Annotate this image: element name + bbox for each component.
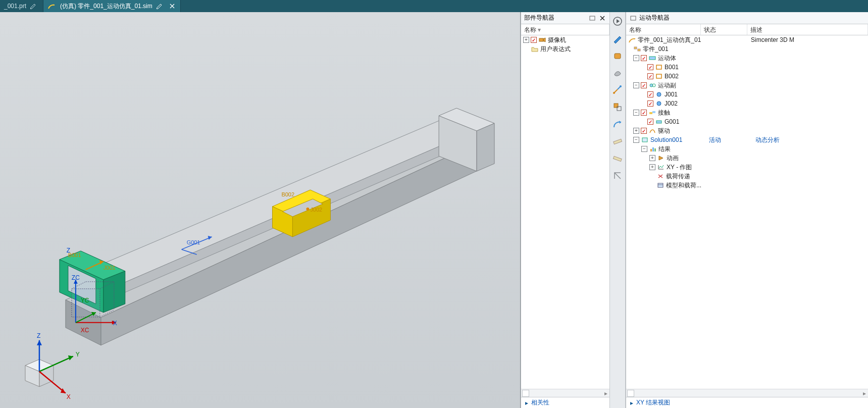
svg-rect-59	[634, 47, 637, 49]
node-status: 活动	[709, 136, 755, 144]
expand-toggle[interactable]: +	[649, 155, 655, 161]
right-dock: 部件导航器 名称 ▾ + ✓ 摄像机	[521, 12, 868, 408]
contact-group-icon	[648, 109, 656, 116]
tree-node-solution[interactable]: − Solution001 活动 动态分析	[626, 135, 868, 144]
side-tool-strip	[609, 12, 626, 408]
section-xy-result-view[interactable]: ▸ XY 结果视图	[626, 397, 868, 408]
tree-node-results[interactable]: − 结果	[626, 144, 868, 154]
svg-rect-60	[638, 49, 640, 51]
svg-point-66	[657, 92, 661, 96]
checkbox[interactable]: ✓	[531, 37, 537, 43]
svg-rect-69	[652, 111, 655, 113]
node-label: 接触	[658, 109, 670, 117]
node-label: 用户表达式	[540, 45, 571, 54]
hscroll-stub[interactable]: ▸	[521, 389, 609, 397]
checkbox[interactable]: ✓	[647, 91, 653, 97]
checkbox[interactable]: ✓	[647, 100, 653, 107]
tree-node-j002[interactable]: ✓ J002	[626, 99, 868, 108]
checkbox[interactable]: ✓	[641, 55, 647, 61]
driver-group-icon	[648, 127, 656, 134]
column-name[interactable]: 名称 ▾	[521, 24, 609, 35]
checkbox[interactable]: ✓	[641, 82, 647, 88]
probe-icon[interactable]	[611, 32, 624, 44]
node-label: B001	[665, 64, 679, 71]
expand-toggle[interactable]: −	[633, 110, 639, 116]
column-name[interactable]: 名称	[626, 24, 701, 35]
node-label: B002	[665, 73, 679, 80]
document-tab-strip: _001.prt (仿真) 零件_001_运动仿真_01.sim	[0, 0, 868, 12]
panel-close-button[interactable]	[598, 15, 606, 22]
tree-node-joints[interactable]: − ✓ 运动副	[626, 81, 868, 90]
expand-toggle[interactable]: +	[523, 37, 529, 43]
caliper-icon[interactable]	[611, 170, 624, 182]
tree-node-b002[interactable]: ✓ B002	[626, 72, 868, 81]
checkbox[interactable]: ✓	[641, 128, 647, 134]
tab-label: (仿真) 零件_001_运动仿真_01.sim	[60, 2, 152, 11]
expand-toggle[interactable]: −	[633, 55, 639, 61]
expand-toggle[interactable]: +	[633, 128, 639, 134]
checkbox[interactable]: ✓	[641, 110, 647, 116]
tree-node-model-loads[interactable]: 模型和载荷...	[626, 181, 868, 190]
axis-yc-label: YC	[81, 297, 89, 304]
tree-node-sim-root[interactable]: 零件_001_运动仿真_01 Simcenter 3D M	[626, 35, 868, 44]
node-label: 模型和载荷...	[666, 181, 701, 190]
tree-node-cameras[interactable]: + ✓ 摄像机	[521, 35, 609, 44]
hscroll-stub[interactable]: ▸	[626, 389, 868, 397]
model-load-icon	[656, 182, 665, 189]
graphics-viewport[interactable]: B001 J001 B002 J002	[0, 12, 521, 408]
node-label: 运动副	[658, 81, 676, 90]
body-icon[interactable]	[611, 49, 624, 62]
ruler-icon[interactable]	[611, 135, 624, 147]
expand-toggle[interactable]: −	[633, 82, 639, 88]
ruler2-icon[interactable]	[611, 152, 624, 165]
tree-node-b001[interactable]: ✓ B001	[626, 63, 868, 72]
tree-node-load-transfer[interactable]: 载荷传递	[626, 172, 868, 181]
section-related[interactable]: ▸ 相关性	[521, 397, 609, 408]
tree-node-j001[interactable]: ✓ J001	[626, 90, 868, 99]
checkbox[interactable]: ✓	[647, 119, 653, 125]
tab-simulation-active[interactable]: (仿真) 零件_001_运动仿真_01.sim	[43, 0, 181, 12]
tree-node-contacts[interactable]: − ✓ 接触	[626, 108, 868, 117]
checkbox[interactable]: ✓	[647, 73, 653, 79]
checkbox[interactable]: ✓	[647, 64, 653, 70]
motion-nav-tree[interactable]: 零件_001_运动仿真_01 Simcenter 3D M 零件_001 − ✓…	[626, 35, 868, 389]
tab-close-button[interactable]	[168, 3, 176, 10]
label-j002: J002	[310, 207, 322, 213]
rail-body	[66, 121, 482, 345]
box-link-icon[interactable]	[611, 101, 624, 113]
motion-body-icon	[655, 64, 663, 71]
tree-node-user-expressions[interactable]: 用户表达式	[521, 44, 609, 54]
expand-toggle[interactable]: −	[641, 146, 647, 152]
tab-part[interactable]: _001.prt	[0, 0, 43, 12]
axis-z-label: Z	[67, 247, 70, 254]
expand-toggle[interactable]: +	[649, 164, 655, 170]
motion-nav-columns: 名称 状态 描述	[626, 24, 868, 35]
joint-marker-j002	[306, 208, 309, 211]
part-navigator-panel: 部件导航器 名称 ▾ + ✓ 摄像机	[521, 12, 609, 408]
column-status[interactable]: 状态	[701, 24, 747, 35]
tree-node-drivers[interactable]: + ✓ 驱动	[626, 126, 868, 135]
curve-arrow-icon[interactable]	[611, 118, 624, 130]
expand-toggle[interactable]: −	[633, 137, 639, 143]
part-nav-tree[interactable]: + ✓ 摄像机 用户表达式	[521, 35, 609, 389]
sim-icon	[628, 36, 636, 43]
xy-plot-icon	[657, 164, 665, 171]
tree-node-motion-bodies[interactable]: − ✓ 运动体	[626, 54, 868, 63]
column-desc[interactable]: 描述	[747, 24, 868, 35]
tree-node-g001[interactable]: ✓ G001	[626, 117, 868, 126]
foot-icon[interactable]	[611, 67, 624, 79]
play-circle-icon[interactable]	[611, 15, 624, 27]
joint-icon	[655, 91, 663, 98]
svg-point-51	[613, 92, 615, 94]
tree-node-part[interactable]: 零件_001	[626, 44, 868, 54]
tree-node-xyplot[interactable]: + XY - 作图	[626, 163, 868, 172]
node-label: 动画	[667, 154, 679, 163]
panel-pin-button[interactable]	[588, 15, 596, 22]
svg-rect-57	[613, 156, 622, 161]
node-label: 运动体	[658, 54, 676, 63]
assembly-icon	[633, 45, 641, 53]
measure-pair-icon[interactable]	[611, 84, 624, 96]
view-triad[interactable]: Z Y X	[25, 332, 80, 400]
svg-rect-72	[650, 149, 652, 151]
tree-node-animation[interactable]: + 动画	[626, 154, 868, 163]
